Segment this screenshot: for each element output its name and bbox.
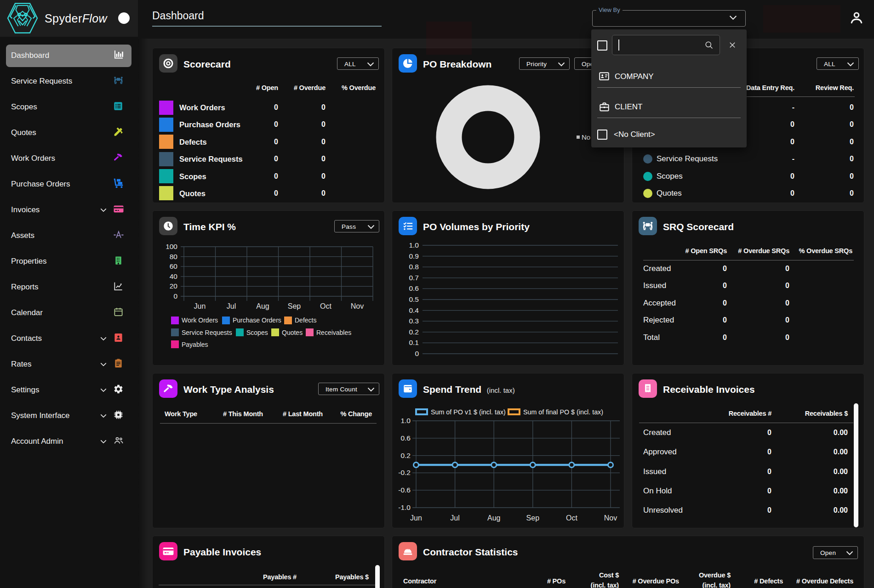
svg-text:0.2: 0.2 [409, 328, 419, 336]
svg-text:0.1: 0.1 [409, 339, 419, 346]
svg-text:Sep: Sep [526, 514, 540, 522]
svg-text:-0.6: -0.6 [398, 486, 411, 494]
svg-text:Aug: Aug [256, 302, 269, 310]
svg-text:0.4: 0.4 [409, 306, 419, 314]
svg-text:20: 20 [170, 282, 178, 290]
svg-text:0: 0 [415, 350, 419, 357]
svg-text:Jun: Jun [194, 302, 206, 310]
svg-text:0.6: 0.6 [400, 434, 411, 442]
svg-text:0: 0 [173, 292, 177, 300]
svg-text:Sep: Sep [288, 302, 301, 310]
svg-text:Nov: Nov [604, 514, 617, 522]
svg-text:0.5: 0.5 [409, 295, 419, 303]
svg-text:Jul: Jul [227, 302, 236, 310]
svg-text:Oct: Oct [320, 302, 331, 310]
svg-text:0.9: 0.9 [409, 252, 419, 260]
svg-text:-1.0: -1.0 [398, 503, 411, 511]
svg-text:60: 60 [170, 262, 178, 270]
svg-text:Nov: Nov [351, 302, 364, 310]
svg-text:Aug: Aug [487, 514, 500, 522]
svg-text:Jul: Jul [450, 514, 459, 522]
svg-text:0.8: 0.8 [409, 263, 419, 271]
svg-text:1.0: 1.0 [409, 241, 419, 249]
svg-text:0.3: 0.3 [409, 317, 419, 325]
svg-text:-0.2: -0.2 [398, 469, 411, 476]
svg-text:0.7: 0.7 [409, 274, 419, 282]
svg-text:0.2: 0.2 [400, 452, 411, 459]
svg-text:0.6: 0.6 [409, 284, 419, 292]
svg-text:40: 40 [170, 272, 178, 280]
svg-text:Jun: Jun [410, 514, 422, 522]
svg-text:1.0: 1.0 [400, 417, 411, 424]
svg-text:Oct: Oct [566, 514, 577, 522]
svg-text:80: 80 [170, 253, 178, 260]
svg-text:100: 100 [166, 243, 177, 250]
